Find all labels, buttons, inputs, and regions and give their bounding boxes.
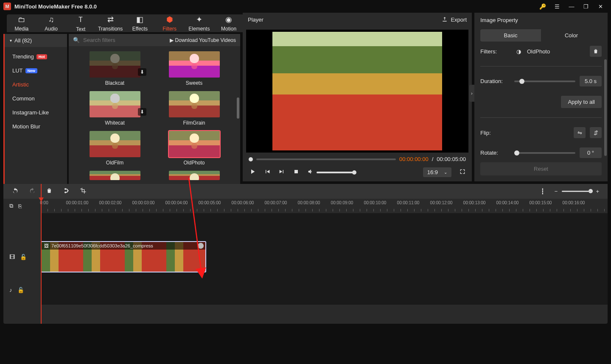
category-motionblur-label: Motion Blur [12, 123, 40, 130]
chevron-down-icon: ⌄ [444, 170, 447, 175]
ruler-tick: 00:00:14:00 [496, 200, 519, 205]
ruler-tick: 00:00:09:00 [331, 200, 353, 205]
next-button[interactable] [278, 168, 285, 176]
rotate-label: Rotate: [480, 150, 510, 156]
volume-slider[interactable] [317, 172, 355, 173]
prev-button[interactable] [264, 168, 271, 176]
flip-vertical-button[interactable]: ⇵ [590, 127, 602, 138]
filter-thumb-oldphoto[interactable]: OldPhoto [161, 131, 227, 166]
delete-button[interactable] [46, 187, 53, 195]
ruler-tick: 00:00:12:00 [430, 200, 453, 205]
tab-effects[interactable]: ◧Effects [125, 14, 155, 32]
filter-thumb-partial[interactable] [81, 171, 148, 180]
redo-button[interactable] [29, 187, 36, 195]
category-motionblur[interactable]: Motion Blur [5, 119, 67, 133]
search-input[interactable] [82, 36, 167, 44]
ruler-tick: 00:00:10:00 [364, 200, 387, 205]
lock-icon[interactable]: 🔓 [20, 254, 27, 260]
player-viewport[interactable] [246, 30, 468, 153]
tab-elements[interactable]: ✦Elements [185, 14, 214, 32]
tab-color[interactable]: Color [541, 29, 602, 42]
lock-icon[interactable]: 🔓 [17, 287, 24, 293]
tab-filters[interactable]: ⬢Filters [155, 14, 185, 32]
reset-button[interactable]: Reset [480, 162, 602, 175]
menu-icon[interactable]: ☰ [550, 3, 564, 10]
filter-thumb-image [169, 171, 220, 180]
audio-track[interactable] [41, 275, 608, 305]
video-track[interactable]: 🖼 7e00f651109e50f306fcdd50303e3a26_compr… [41, 239, 608, 275]
ruler-tick: 00:00:07:00 [265, 200, 287, 205]
flip-horizontal-button[interactable]: ⇋ [574, 127, 586, 138]
fullscreen-button[interactable] [459, 168, 466, 176]
seek-handle[interactable] [249, 157, 253, 161]
filter-thumb-whitecat[interactable]: ⬇Whitecat [81, 91, 148, 126]
category-common-label: Common [12, 95, 35, 102]
category-artistic[interactable]: Artistic [5, 78, 67, 92]
stop-button[interactable] [293, 168, 300, 176]
download-icon[interactable]: ⬇ [138, 68, 146, 76]
filter-categories: ▾ All (82) TrendingHot LUTNew Artistic C… [3, 34, 67, 185]
filter-thumb-filmgrain[interactable]: FilmGrain [161, 91, 227, 126]
copy-icon[interactable]: ⧉ [9, 203, 13, 209]
tab-motion[interactable]: ◉Motion [214, 14, 244, 32]
filter-thumb-label: OldPhoto [183, 160, 205, 166]
app-title: MiniTool MovieMaker Free 8.0.0 [14, 3, 97, 10]
timeline-clip[interactable]: 🖼 7e00f651109e50f306fcdd50303e3a26_compr… [41, 241, 206, 272]
volume-icon[interactable] [307, 168, 314, 176]
rotate-slider[interactable] [514, 152, 575, 154]
category-common[interactable]: Common [5, 92, 67, 106]
player-panel: Player Export 00:00:00:00 / 00:00:05:00 [243, 13, 472, 181]
seek-bar[interactable] [256, 158, 396, 160]
tab-media[interactable]: 🗀Media [7, 14, 36, 32]
filter-thumb-blackcat[interactable]: ⬇Blackcat [81, 51, 148, 86]
undo-button[interactable] [12, 187, 19, 195]
property-title: Image Property [474, 13, 608, 28]
filter-thumb-partial[interactable] [161, 171, 227, 180]
category-instagram[interactable]: Instagram-Like [5, 106, 67, 119]
timeline-ruler[interactable]: 0:0000:00:01:0000:00:02:0000:00:03:0000:… [41, 199, 608, 213]
download-icon[interactable]: ⬇ [138, 108, 146, 116]
tab-text[interactable]: ＴText [66, 14, 96, 32]
aspect-select[interactable]: 16:9 ⌄ [423, 167, 451, 177]
zoom-in-button[interactable]: + [596, 188, 599, 195]
filter-thumb-image [90, 91, 140, 117]
panel-collapse-handle[interactable]: › [469, 85, 474, 102]
download-youtube-link[interactable]: ▶ Download YouTube Videos [170, 37, 236, 43]
export-button[interactable]: Export [441, 16, 467, 23]
category-all-label: All (82) [14, 37, 32, 44]
auto-cut-button[interactable]: ┇ [541, 188, 544, 195]
paste-icon[interactable]: ⎘ [18, 203, 22, 209]
tab-transitions[interactable]: ⇄Transitions [95, 14, 125, 32]
split-button[interactable] [63, 187, 70, 195]
zoom-slider[interactable] [562, 191, 591, 192]
duration-slider[interactable] [514, 81, 575, 82]
filter-thumbnails: 🔍 ▶ Download YouTube Videos ⬇BlackcatSwe… [69, 34, 240, 185]
property-scrollbar[interactable] [604, 59, 607, 156]
category-lut[interactable]: LUTNew [5, 64, 67, 78]
rotate-value: 0 ° [580, 147, 602, 158]
ruler-tick: 00:00:16:00 [563, 200, 585, 205]
category-lut-label: LUT [12, 67, 23, 74]
category-all[interactable]: ▾ All (82) [5, 34, 67, 47]
filter-thumb-sweets[interactable]: Sweets [161, 51, 227, 86]
filter-thumb-label: FilmGrain [183, 120, 205, 126]
close-icon[interactable]: ✕ [593, 3, 608, 10]
category-trending[interactable]: TrendingHot [5, 50, 67, 64]
flip-label: Flip: [480, 130, 510, 136]
transitions-icon: ⇄ [107, 15, 114, 24]
scrollbar[interactable] [237, 97, 239, 119]
zoom-out-button[interactable]: − [555, 188, 558, 195]
tab-audio[interactable]: ♫Audio [36, 14, 66, 32]
crop-button[interactable] [80, 187, 87, 195]
minimize-icon[interactable]: — [564, 3, 579, 10]
tab-basic[interactable]: Basic [480, 29, 541, 42]
play-button[interactable] [249, 168, 256, 177]
playhead[interactable] [41, 184, 42, 324]
filter-thumb-oldfilm[interactable]: OldFilm [81, 131, 148, 166]
apply-to-all-button[interactable]: Apply to all [561, 96, 602, 108]
audio-track-icon: ♪ [9, 287, 12, 293]
maximize-icon[interactable]: ❐ [579, 3, 593, 10]
key-icon[interactable]: 🔑 [535, 3, 550, 10]
delete-filter-button[interactable] [590, 46, 602, 57]
elements-icon: ✦ [196, 15, 202, 24]
